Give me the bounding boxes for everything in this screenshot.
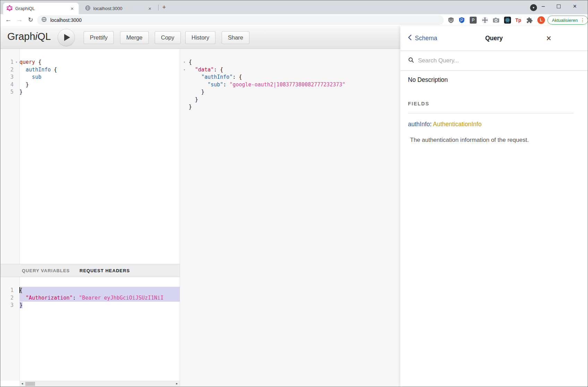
- line-number: 1: [0, 59, 14, 66]
- code-line[interactable]: ▾ {: [180, 59, 400, 66]
- query-editor[interactable]: 1 ▾ query { 2 authInfo { 3 sub 4: [0, 49, 180, 264]
- chrome-update-badge[interactable]: ▼: [530, 4, 537, 11]
- maximize-button[interactable]: [552, 0, 565, 12]
- code-line[interactable]: }: [180, 96, 400, 104]
- line-number: 5: [0, 88, 14, 96]
- scrollbar-thumb[interactable]: [25, 382, 35, 386]
- scrollbar-left-arrow-icon[interactable]: ◄: [19, 381, 25, 387]
- doc-title: Query: [400, 35, 588, 42]
- back-button[interactable]: ←: [3, 15, 14, 25]
- fold-arrow-icon[interactable]: ▾: [180, 66, 189, 74]
- history-button[interactable]: History: [185, 31, 215, 44]
- react-devtools-extension-icon[interactable]: [504, 17, 511, 24]
- tab-close-button[interactable]: ×: [147, 6, 153, 12]
- extensions-puzzle-icon[interactable]: [526, 17, 533, 24]
- fields-divider: [408, 113, 574, 113]
- type-description: No Description: [408, 76, 574, 84]
- code-line[interactable]: 3 sub: [0, 74, 180, 81]
- code-line[interactable]: "authInfo": {: [180, 74, 400, 81]
- globe-icon: [85, 5, 91, 12]
- code-line[interactable]: 1 {: [0, 287, 180, 294]
- tp-extension-icon[interactable]: Tp: [515, 17, 522, 24]
- update-chrome-label: Aktualisieren: [552, 18, 578, 23]
- field-type-link[interactable]: AuthenticationInfo: [433, 121, 482, 128]
- doc-explorer-panel: Schema Query × No Description FIELDS aut…: [400, 26, 588, 387]
- graphql-logo-icon: [7, 5, 12, 12]
- doc-search-row: [400, 51, 588, 71]
- result-pane: ▾ { ▾ "data": { "authInfo": { "sub": "go…: [180, 49, 400, 387]
- line-number: 1: [0, 287, 14, 294]
- tab-divider: [158, 5, 159, 10]
- execute-query-button[interactable]: [58, 29, 75, 46]
- line-number: 4: [0, 81, 14, 89]
- code-line[interactable]: }: [180, 103, 400, 111]
- reload-button[interactable]: ↻: [25, 15, 36, 25]
- graphiql-app: GraphiQL Prettify Merge Copy History Sha…: [0, 26, 588, 387]
- tab-query-variables[interactable]: QUERY VARIABLES: [22, 268, 70, 273]
- field-description: The authentication information of the re…: [408, 137, 574, 144]
- new-tab-button[interactable]: +: [160, 4, 168, 11]
- fold-arrow-icon[interactable]: ▾: [180, 59, 189, 66]
- field-separator: :: [430, 121, 432, 128]
- forward-button[interactable]: →: [14, 15, 25, 25]
- graphiql-logo: GraphiQL: [7, 31, 51, 42]
- window-close-button[interactable]: ×: [568, 0, 582, 12]
- secondary-editor-tabbar: QUERY VARIABLES REQUEST HEADERS: [0, 264, 180, 277]
- line-number: 2: [0, 66, 14, 74]
- tab-close-button[interactable]: ×: [69, 6, 75, 12]
- camera-extension-icon[interactable]: [493, 17, 500, 24]
- move-tool-extension-icon[interactable]: [482, 17, 488, 24]
- horizontal-scrollbar[interactable]: ◄ ►: [19, 381, 180, 387]
- search-icon: [408, 57, 414, 64]
- tab-localhost[interactable]: localhost:3000 ×: [82, 3, 156, 14]
- fold-arrow-icon[interactable]: ▾: [14, 59, 19, 66]
- fields-heading: FIELDS: [408, 101, 574, 106]
- code-line[interactable]: 1 ▾ query {: [0, 59, 180, 66]
- tab-title: localhost:3000: [93, 6, 144, 11]
- browser-window: GraphiQL × localhost:3000 × + ▼ – × ← → …: [0, 0, 588, 387]
- prettify-button[interactable]: Prettify: [84, 31, 114, 44]
- doc-search-input[interactable]: [418, 57, 522, 64]
- chrome-menu-kebab-icon[interactable]: ⋮: [580, 17, 585, 23]
- code-line[interactable]: "sub": "google-oauth2|108377380082777232…: [180, 81, 400, 89]
- request-headers-editor[interactable]: 1 { 2 "Authorization": "Bearer eyJhbGciO…: [0, 277, 180, 381]
- tab-graphiql[interactable]: GraphiQL ×: [3, 3, 79, 14]
- code-line[interactable]: 4 }: [0, 81, 180, 89]
- tab-request-headers[interactable]: REQUEST HEADERS: [79, 268, 130, 273]
- line-number: 2: [0, 294, 14, 302]
- code-line[interactable]: 5 }: [0, 88, 180, 96]
- bitwarden-extension-icon[interactable]: [458, 17, 465, 24]
- tp-extension-glyph: Tp: [515, 17, 521, 23]
- share-button[interactable]: Share: [222, 31, 249, 44]
- graphiql-topbar: GraphiQL Prettify Merge Copy History Sha…: [0, 26, 400, 49]
- line-number: 3: [0, 302, 14, 309]
- tab-title: GraphiQL: [15, 6, 66, 11]
- code-line[interactable]: 2 authInfo {: [0, 66, 180, 74]
- update-chrome-button[interactable]: Aktualisieren ⋮: [547, 16, 588, 25]
- merge-button[interactable]: Merge: [120, 31, 149, 44]
- scrollbar-right-arrow-icon[interactable]: ►: [174, 381, 180, 387]
- query-editor-pane: 1 ▾ query { 2 authInfo { 3 sub 4: [0, 49, 180, 387]
- p-extension-icon[interactable]: P: [470, 17, 477, 24]
- maximize-icon: [557, 5, 561, 8]
- address-bar[interactable]: localhost:3000: [37, 15, 444, 25]
- copy-button[interactable]: Copy: [155, 31, 181, 44]
- field-name-link[interactable]: authInfo: [408, 121, 430, 128]
- code-line[interactable]: }: [180, 88, 400, 96]
- ublock-extension-icon[interactable]: [448, 17, 454, 24]
- p-extension-glyph: P: [470, 17, 477, 24]
- code-line[interactable]: 3 }: [0, 302, 180, 309]
- doc-explorer-header: Schema Query ×: [400, 26, 588, 51]
- address-url[interactable]: localhost:3000: [50, 17, 82, 23]
- doc-body: No Description FIELDS authInfo: Authenti…: [400, 71, 588, 144]
- code-line[interactable]: 2 "Authorization": "Bearer eyJhbGciOiJSU…: [0, 294, 180, 302]
- code-line[interactable]: ▾ "data": {: [180, 66, 400, 74]
- doc-close-button[interactable]: ×: [546, 34, 551, 43]
- result-viewer[interactable]: ▾ { ▾ "data": { "authInfo": { "sub": "go…: [180, 49, 400, 111]
- line-number: 3: [0, 74, 14, 81]
- field-row: authInfo: AuthenticationInfo: [408, 121, 574, 128]
- site-globe-icon: [41, 17, 47, 24]
- tab-strip: GraphiQL × localhost:3000 × + ▼ – ×: [0, 0, 588, 14]
- profile-avatar[interactable]: L: [537, 16, 545, 24]
- minimize-button[interactable]: –: [536, 0, 550, 12]
